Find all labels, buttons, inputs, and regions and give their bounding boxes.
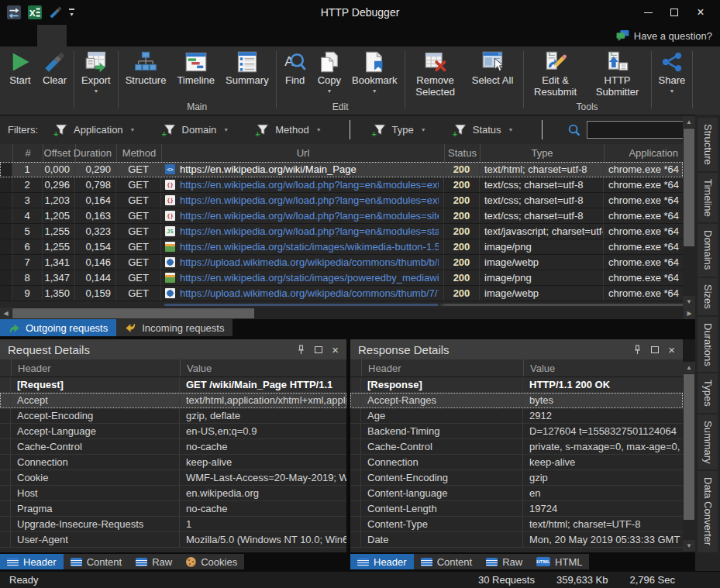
detail-row[interactable]: Accept text/html,application/xhtml+xml,a… (0, 393, 346, 408)
request-table-row[interactable]: 3 1,203 0,164 GET {}https://en.wikipedia… (0, 193, 683, 208)
detail-row[interactable]: Cache-Control private, s-maxage=0, max-a… (350, 439, 683, 455)
column-header-value[interactable]: Value (180, 359, 346, 377)
start-button[interactable]: Start (3, 49, 37, 86)
column-header-header[interactable]: Header (11, 359, 180, 377)
detail-row[interactable]: Accept-Ranges bytes (350, 393, 683, 408)
url-link[interactable]: https://en.wikipedia.org/static/images/p… (180, 272, 439, 284)
tab-html[interactable]: HTML HTML (529, 554, 589, 569)
copy-button[interactable]: Copy ▼ (312, 49, 346, 94)
filter-status[interactable]: + Status ▼ (454, 124, 514, 136)
filter-domain[interactable]: + Domain ▼ (164, 124, 229, 136)
cell-url[interactable]: JShttps://en.wikipedia.org/w/load.php?la… (161, 224, 444, 239)
sidebar-tab-timeline[interactable]: Timeline (698, 173, 718, 223)
url-link[interactable]: https://en.wikipedia.org/static/images/w… (180, 241, 439, 253)
request-table-row[interactable]: 1 0,000 0,290 GET <>https://en.wikipedia… (0, 162, 683, 177)
request-table-row[interactable]: 9 1,350 0,159 GET https://upload.wikimed… (0, 286, 683, 301)
tab-incoming-requests[interactable]: Incoming requests (116, 319, 233, 336)
cell-url[interactable]: https://upload.wikimedia.org/wikipedia/c… (161, 286, 444, 301)
timeline-button[interactable]: Timeline (171, 49, 220, 86)
detail-row[interactable]: Content-Encoding gzip (350, 470, 683, 486)
url-link[interactable]: https://en.wikipedia.org/w/load.php?lang… (180, 210, 439, 222)
excel-export-icon[interactable]: X (27, 5, 43, 20)
tab-header[interactable]: Header (350, 554, 414, 569)
detail-row[interactable]: Connection keep-alive (350, 455, 683, 470)
maximize-button[interactable] (661, 2, 687, 22)
request-table-row[interactable]: 5 1,255 0,323 GET JShttps://en.wikipedia… (0, 224, 683, 239)
url-link[interactable]: https://upload.wikimedia.org/wikipedia/c… (180, 256, 439, 268)
sidebar-tab-summary[interactable]: Summary (698, 414, 718, 470)
filter-application[interactable]: + Application ▼ (55, 124, 136, 136)
response-vertical-scrollbar[interactable]: ▲ ▼ (683, 362, 695, 552)
pin-icon[interactable] (633, 345, 642, 355)
url-link[interactable]: https://en.wikipedia.org/w/load.php?lang… (180, 179, 439, 191)
sidebar-tab-sizes[interactable]: Sizes (698, 278, 718, 315)
cell-url[interactable]: https://en.wikipedia.org/static/images/w… (161, 239, 444, 254)
bookmark-button[interactable]: Bookmark ▼ (346, 49, 403, 94)
sidebar-tab-data-converter[interactable]: Data Converter (698, 471, 718, 552)
column-header-duration[interactable]: Duration (75, 144, 116, 162)
summary-button[interactable]: Summary (220, 49, 274, 86)
sidebar-tab-domains[interactable]: Domains (698, 224, 718, 276)
url-link[interactable]: https://upload.wikimedia.org/wikipedia/c… (180, 287, 439, 299)
detail-row[interactable]: User-Agent Mozilla/5.0 (Windows NT 10.0;… (0, 532, 346, 548)
cell-url[interactable]: https://en.wikipedia.org/static/images/p… (161, 270, 444, 285)
filter-method[interactable]: + Method ▼ (257, 124, 321, 136)
url-link[interactable]: https://en.wikipedia.org/wiki/Main_Page (180, 163, 357, 175)
detail-row[interactable]: Connection keep-alive (0, 455, 346, 470)
remove-selected-button[interactable]: Remove Selected (407, 49, 464, 98)
structure-button[interactable]: Structure (120, 49, 172, 86)
menu-item-rules[interactable] (67, 25, 96, 46)
brush-icon[interactable] (48, 5, 64, 20)
table-vertical-scrollbar[interactable]: ▲ ▼ (683, 116, 695, 308)
detail-row[interactable]: Content-language en (350, 486, 683, 501)
cell-url[interactable]: {}https://en.wikipedia.org/w/load.php?la… (161, 193, 444, 208)
close-panel-icon[interactable]: × (332, 344, 339, 356)
detail-row[interactable]: Backend-Timing D=127604 t=15583275011240… (350, 424, 683, 439)
request-table-row[interactable]: 7 1,341 0,146 GET https://upload.wikimed… (0, 255, 683, 270)
menu-item-home[interactable] (37, 25, 67, 46)
column-header-status[interactable]: Status (444, 144, 480, 162)
sidebar-tab-durations[interactable]: Durations (698, 317, 718, 373)
maximize-panel-icon[interactable] (651, 346, 659, 353)
cell-url[interactable]: <>https://en.wikipedia.org/wiki/Main_Pag… (161, 162, 444, 177)
filter-type[interactable]: + Type ▼ (374, 124, 426, 136)
request-table-row[interactable]: 4 1,205 0,163 GET {}https://en.wikipedia… (0, 208, 683, 224)
url-link[interactable]: https://en.wikipedia.org/w/load.php?lang… (180, 194, 439, 206)
detail-row[interactable]: Age 2912 (350, 408, 683, 424)
export-button[interactable]: Export ▼ (76, 49, 116, 94)
menu-item-view[interactable] (96, 25, 126, 46)
minimize-button[interactable] (635, 2, 661, 22)
column-header-num[interactable]: # (12, 144, 43, 162)
detail-row[interactable]: [Response] HTTP/1.1 200 OK (350, 377, 683, 393)
http-submitter-button[interactable]: HTTP Submitter (586, 49, 649, 98)
find-button[interactable]: A Find (278, 49, 312, 86)
scroll-up-arrow-icon[interactable]: ▲ (683, 116, 695, 128)
pin-icon[interactable] (297, 345, 305, 355)
tab-cookies[interactable]: Cookies (179, 554, 244, 569)
column-header-application[interactable]: Application (604, 144, 683, 162)
detail-row[interactable]: Content-Length 19724 (350, 501, 683, 517)
column-header-type[interactable]: Type (480, 144, 604, 162)
sidebar-tab-structure[interactable]: Structure (698, 118, 718, 171)
close-button[interactable]: × (687, 2, 714, 22)
horizontal-scrollbar-thumb[interactable] (12, 308, 254, 318)
edit-resubmit-button[interactable]: Edit & Resubmit (525, 49, 586, 98)
tab-outgoing-requests[interactable]: Outgoing requests (0, 319, 116, 336)
horizontal-scrollbar[interactable]: ◀ ▶ (0, 308, 695, 319)
column-header-offset[interactable]: Offset (43, 144, 75, 162)
detail-row[interactable]: Accept-Language en-US,en;q=0.9 (0, 424, 346, 439)
detail-row[interactable]: Upgrade-Insecure-Requests 1 (0, 517, 346, 532)
scroll-right-arrow-icon[interactable]: ▶ (684, 308, 695, 319)
detail-row[interactable]: Cookie WMF-Last-Access=20-May-2019; WM..… (0, 470, 346, 486)
request-table-row[interactable]: 2 0,296 0,798 GET {}https://en.wikipedia… (0, 177, 683, 193)
detail-row[interactable]: Cache-Control no-cache (0, 439, 346, 455)
share-button[interactable]: Share ▼ (653, 49, 691, 94)
cell-url[interactable]: {}https://en.wikipedia.org/w/load.php?la… (161, 177, 444, 192)
tab-raw[interactable]: Raw (479, 554, 529, 569)
select-all-button[interactable]: Select All (464, 49, 522, 86)
tab-header[interactable]: Header (0, 554, 64, 569)
detail-row[interactable]: Accept-Encoding gzip, deflate (0, 408, 346, 424)
detail-row[interactable]: Date Mon, 20 May 2019 05:33:33 GMT (350, 532, 683, 548)
detail-row[interactable]: [Request] GET /wiki/Main_Page HTTP/1.1 (0, 377, 346, 393)
sidebar-tab-types[interactable]: Types (698, 373, 718, 413)
